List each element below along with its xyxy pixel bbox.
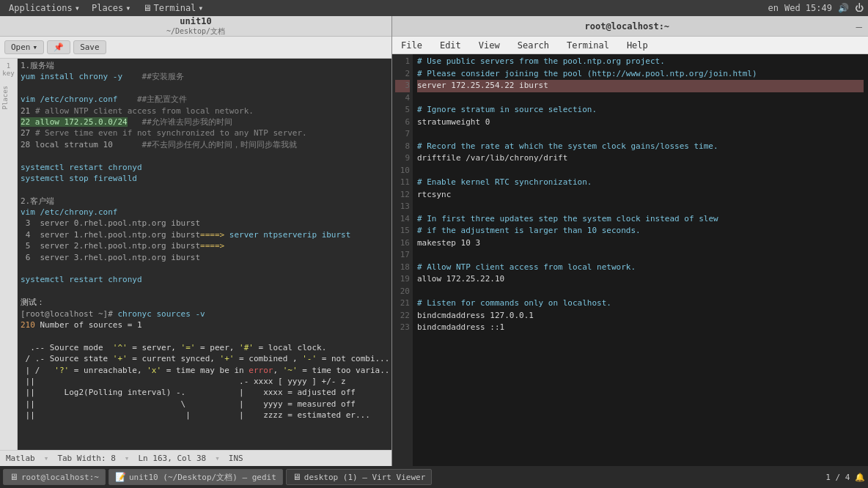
- volume-icon[interactable]: 🔊: [838, 3, 849, 13]
- terminal-title: root@localhost:~: [398, 21, 856, 32]
- ln13: 13: [395, 201, 410, 213]
- term-line-5: # Ignore stratum in source selection.: [417, 104, 864, 117]
- term-line-12: rtcsync: [417, 189, 864, 202]
- term-line-11: # Enable kernel RTC synchronization.: [417, 177, 864, 189]
- terminal-task-label: root@localhost:~: [21, 473, 99, 482]
- gedit-subtitle: ~/Desktop/文档: [166, 26, 225, 37]
- taskbar-gedit[interactable]: 📝 unit10 (~/Desktop/文档) – gedit: [108, 469, 283, 485]
- topbar-right: en Wed 15:49 🔊 ⏻: [768, 3, 864, 13]
- term-line-19: allow 172.25.22.10: [417, 273, 864, 286]
- places-menu[interactable]: Places ▾: [87, 2, 136, 14]
- file-menu[interactable]: File: [398, 39, 425, 52]
- applications-arrow: ▾: [75, 3, 80, 13]
- ln2: 2: [395, 68, 410, 81]
- virt-task-label: desktop (1) – Virt Viewer: [304, 473, 426, 482]
- term-line-21: # Listen for commands only on localhost.: [417, 297, 864, 310]
- term-line-7: [417, 128, 864, 141]
- open-label: Open: [11, 42, 31, 52]
- ln4: 4: [395, 92, 410, 105]
- top-bar: Applications ▾ Places ▾ 🖥 Terminal ▾ en …: [0, 0, 868, 16]
- ln14: 14: [395, 213, 410, 226]
- ln1: 1: [395, 56, 410, 68]
- term-code-lines: # Use public servers from the pool.ntp.o…: [413, 54, 868, 466]
- gedit-content[interactable]: 1.服务端 yum install chrony -y ##安装服务 vim /…: [18, 59, 391, 450]
- term-line-10: [417, 165, 864, 177]
- term-line-18: # Allow NTP client access from local net…: [417, 262, 864, 274]
- ln5: 5: [395, 104, 410, 117]
- ln20: 20: [395, 286, 410, 298]
- tab-width[interactable]: Tab Width: 8: [57, 454, 115, 463]
- notification-icon[interactable]: 🔔: [855, 473, 865, 482]
- term-line-3: server 172.25.254.22 iburst: [417, 80, 864, 92]
- save-button[interactable]: Save: [73, 40, 106, 54]
- ln9: 9: [395, 152, 410, 165]
- ln12: 12: [395, 189, 410, 202]
- terminal-window: root@localhost:~ — File Edit View Search…: [392, 16, 868, 466]
- taskbar-terminal[interactable]: 🖥 root@localhost:~: [3, 469, 106, 485]
- save-label: Save: [80, 42, 100, 52]
- ln6: 6: [395, 117, 410, 129]
- terminal-menu[interactable]: 🖥 Terminal ▾: [139, 2, 208, 14]
- term-line-2: # Please consider joining the pool (http…: [417, 68, 864, 81]
- ln10: 10: [395, 165, 410, 177]
- status-mode[interactable]: Matlab: [6, 454, 35, 463]
- term-line-9: driftfile /var/lib/chrony/drift: [417, 152, 864, 165]
- ln19: 19: [395, 273, 410, 286]
- term-line-17: [417, 249, 864, 262]
- locale-indicator: en: [768, 3, 779, 13]
- applications-menu[interactable]: Applications ▾: [4, 2, 84, 14]
- gedit-sidebar: 1 key Places: [0, 59, 18, 450]
- terminal-arrow: ▾: [198, 3, 203, 13]
- ln11: 11: [395, 177, 410, 189]
- gedit-toolbar: Open ▾ 📌 Save: [0, 37, 391, 59]
- gedit-content-area: 1 key Places 1.服务端 yum install chrony -y…: [0, 59, 391, 450]
- ln15: 15: [395, 225, 410, 237]
- ln8: 8: [395, 141, 410, 153]
- page-indicator: 1 / 4: [825, 473, 850, 482]
- taskbar-virt[interactable]: 🖥 desktop (1) – Virt Viewer: [286, 469, 433, 485]
- term-line-numbers: 1 2 3 4 5 6 7 8 9 10 11 12 13 14 15 16 1: [392, 54, 413, 466]
- edit-menu[interactable]: Edit: [437, 39, 464, 52]
- ln21: 21: [395, 297, 410, 310]
- gedit-task-icon: 📝: [115, 472, 126, 482]
- terminal-titlebar: root@localhost:~ —: [392, 16, 868, 37]
- datetime-display: Wed 15:49: [784, 3, 832, 13]
- ln7: 7: [395, 128, 410, 141]
- terminal-menubar: File Edit View Search Terminal Help: [392, 37, 868, 54]
- places-arrow: ▾: [125, 3, 130, 13]
- main-area: unit10 ~/Desktop/文档 Open ▾ 📌 Save 1 key …: [0, 16, 868, 466]
- ins-indicator: INS: [229, 454, 243, 463]
- term-line-22: bindcmdaddress 127.0.0.1: [417, 310, 864, 322]
- topbar-left: Applications ▾ Places ▾ 🖥 Terminal ▾: [4, 2, 208, 14]
- terminal-label: Terminal: [154, 3, 196, 13]
- terminal-content[interactable]: 1 2 3 4 5 6 7 8 9 10 11 12 13 14 15 16 1: [392, 54, 868, 466]
- power-icon[interactable]: ⏻: [855, 3, 864, 13]
- term-line-16: makestep 10 3: [417, 237, 864, 250]
- term-line-6: stratumweight 0: [417, 117, 864, 129]
- term-code-area: 1 2 3 4 5 6 7 8 9 10 11 12 13 14 15 16 1: [392, 54, 868, 466]
- search-menu[interactable]: Search: [515, 39, 552, 52]
- open-arrow: ▾: [33, 42, 38, 52]
- term-line-20: [417, 286, 864, 298]
- gedit-window: unit10 ~/Desktop/文档 Open ▾ 📌 Save 1 key …: [0, 16, 392, 466]
- term-line-1: # Use public servers from the pool.ntp.o…: [417, 56, 864, 68]
- pin-icon: 📌: [54, 42, 64, 52]
- term-line-15: # if the adjustment is larger than 10 se…: [417, 225, 864, 237]
- term-line-23: bindcmdaddress ::1: [417, 322, 864, 334]
- terminal-close-button[interactable]: —: [856, 21, 862, 32]
- help-menu[interactable]: Help: [624, 39, 651, 52]
- terminal-menu-item[interactable]: Terminal: [564, 39, 612, 52]
- term-line-4: [417, 92, 864, 105]
- places-sidebar: Places: [0, 85, 17, 111]
- terminal-task-icon: 🖥: [10, 472, 18, 482]
- pin-button[interactable]: 📌: [47, 40, 70, 54]
- ln3: 3: [395, 80, 410, 92]
- terminal-icon-small: 🖥: [143, 3, 152, 13]
- gedit-titlebar: unit10 ~/Desktop/文档: [0, 16, 391, 37]
- open-button[interactable]: Open ▾: [4, 40, 44, 54]
- view-menu[interactable]: View: [476, 39, 503, 52]
- gedit-title: unit10: [180, 16, 211, 26]
- ln17: 17: [395, 249, 410, 262]
- cursor-position: Ln 163, Col 38: [138, 454, 206, 463]
- ln23: 23: [395, 322, 410, 334]
